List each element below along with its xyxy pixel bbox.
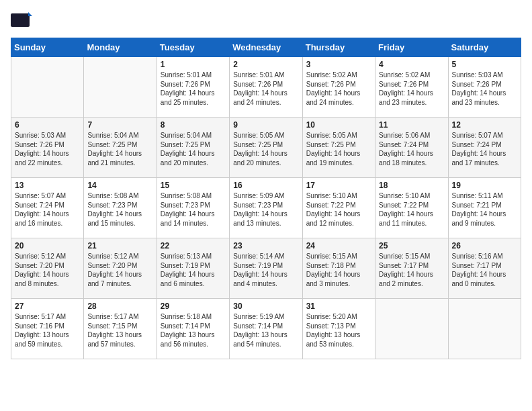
day-number: 23 <box>233 241 298 250</box>
day-info: Sunrise: 5:07 AM Sunset: 7:24 PM Dayligh… <box>15 191 80 228</box>
svg-rect-0 <box>11 13 30 27</box>
header-row: SundayMondayTuesdayWednesdayThursdayFrid… <box>11 38 521 57</box>
day-cell: 3Sunrise: 5:02 AM Sunset: 7:26 PM Daylig… <box>302 57 375 118</box>
day-cell: 10Sunrise: 5:05 AM Sunset: 7:25 PM Dayli… <box>302 118 375 178</box>
col-header-monday: Monday <box>84 38 157 57</box>
day-cell: 15Sunrise: 5:08 AM Sunset: 7:23 PM Dayli… <box>157 178 229 238</box>
day-number: 8 <box>161 120 226 130</box>
day-cell <box>448 299 521 359</box>
calendar-header: SundayMondayTuesdayWednesdayThursdayFrid… <box>11 38 521 57</box>
day-number: 22 <box>161 241 226 250</box>
day-cell: 31Sunrise: 5:20 AM Sunset: 7:13 PM Dayli… <box>302 299 375 359</box>
day-cell: 20Sunrise: 5:12 AM Sunset: 7:20 PM Dayli… <box>11 238 84 299</box>
day-info: Sunrise: 5:04 AM Sunset: 7:25 PM Dayligh… <box>161 131 226 167</box>
day-cell <box>84 57 157 118</box>
day-cell: 7Sunrise: 5:04 AM Sunset: 7:25 PM Daylig… <box>84 118 157 178</box>
day-number: 7 <box>87 120 152 130</box>
day-info: Sunrise: 5:02 AM Sunset: 7:26 PM Dayligh… <box>306 71 371 107</box>
col-header-wednesday: Wednesday <box>230 38 302 57</box>
day-cell: 6Sunrise: 5:03 AM Sunset: 7:26 PM Daylig… <box>11 118 84 178</box>
day-info: Sunrise: 5:16 AM Sunset: 7:17 PM Dayligh… <box>452 252 517 288</box>
day-cell: 2Sunrise: 5:01 AM Sunset: 7:26 PM Daylig… <box>230 57 302 118</box>
day-cell: 22Sunrise: 5:13 AM Sunset: 7:19 PM Dayli… <box>157 238 229 299</box>
day-cell: 14Sunrise: 5:08 AM Sunset: 7:23 PM Dayli… <box>84 178 157 238</box>
day-cell: 23Sunrise: 5:14 AM Sunset: 7:19 PM Dayli… <box>230 238 302 299</box>
day-number: 30 <box>233 302 298 311</box>
day-info: Sunrise: 5:01 AM Sunset: 7:26 PM Dayligh… <box>233 71 298 107</box>
day-info: Sunrise: 5:11 AM Sunset: 7:21 PM Dayligh… <box>452 191 517 228</box>
day-cell: 19Sunrise: 5:11 AM Sunset: 7:21 PM Dayli… <box>448 178 521 238</box>
day-number: 4 <box>379 60 444 69</box>
day-cell: 29Sunrise: 5:18 AM Sunset: 7:14 PM Dayli… <box>157 299 229 359</box>
day-cell: 8Sunrise: 5:04 AM Sunset: 7:25 PM Daylig… <box>157 118 229 178</box>
day-number: 24 <box>306 241 371 250</box>
logo <box>11 11 35 30</box>
day-number: 21 <box>87 241 152 250</box>
day-cell: 13Sunrise: 5:07 AM Sunset: 7:24 PM Dayli… <box>11 178 84 238</box>
day-info: Sunrise: 5:05 AM Sunset: 7:25 PM Dayligh… <box>233 131 298 167</box>
logo-icon <box>11 11 32 30</box>
day-cell: 9Sunrise: 5:05 AM Sunset: 7:25 PM Daylig… <box>230 118 302 178</box>
day-info: Sunrise: 5:14 AM Sunset: 7:19 PM Dayligh… <box>233 252 298 288</box>
day-number: 27 <box>15 302 80 311</box>
day-info: Sunrise: 5:17 AM Sunset: 7:15 PM Dayligh… <box>87 312 152 349</box>
day-info: Sunrise: 5:12 AM Sunset: 7:20 PM Dayligh… <box>15 252 80 288</box>
col-header-saturday: Saturday <box>448 38 521 57</box>
day-info: Sunrise: 5:15 AM Sunset: 7:17 PM Dayligh… <box>379 252 444 288</box>
day-info: Sunrise: 5:05 AM Sunset: 7:25 PM Dayligh… <box>306 131 371 167</box>
day-info: Sunrise: 5:03 AM Sunset: 7:26 PM Dayligh… <box>15 131 80 167</box>
day-number: 2 <box>233 60 298 69</box>
day-info: Sunrise: 5:17 AM Sunset: 7:16 PM Dayligh… <box>15 312 80 349</box>
day-number: 10 <box>306 120 371 130</box>
day-info: Sunrise: 5:18 AM Sunset: 7:14 PM Dayligh… <box>161 312 226 349</box>
day-number: 25 <box>379 241 444 250</box>
day-number: 12 <box>452 120 517 130</box>
day-cell: 28Sunrise: 5:17 AM Sunset: 7:15 PM Dayli… <box>84 299 157 359</box>
day-number: 1 <box>161 60 226 69</box>
day-number: 11 <box>379 120 444 130</box>
day-cell: 26Sunrise: 5:16 AM Sunset: 7:17 PM Dayli… <box>448 238 521 299</box>
day-number: 28 <box>87 302 152 311</box>
day-number: 31 <box>306 302 371 311</box>
col-header-friday: Friday <box>375 38 448 57</box>
day-info: Sunrise: 5:20 AM Sunset: 7:13 PM Dayligh… <box>306 312 371 349</box>
day-info: Sunrise: 5:07 AM Sunset: 7:24 PM Dayligh… <box>452 131 517 167</box>
day-cell: 16Sunrise: 5:09 AM Sunset: 7:23 PM Dayli… <box>230 178 302 238</box>
week-row-2: 6Sunrise: 5:03 AM Sunset: 7:26 PM Daylig… <box>11 118 521 178</box>
week-row-5: 27Sunrise: 5:17 AM Sunset: 7:16 PM Dayli… <box>11 299 521 359</box>
day-number: 17 <box>306 181 371 190</box>
day-info: Sunrise: 5:13 AM Sunset: 7:19 PM Dayligh… <box>161 252 226 288</box>
page-header <box>11 11 521 30</box>
day-number: 16 <box>233 181 298 190</box>
day-number: 18 <box>379 181 444 190</box>
day-info: Sunrise: 5:10 AM Sunset: 7:22 PM Dayligh… <box>306 191 371 228</box>
day-info: Sunrise: 5:15 AM Sunset: 7:18 PM Dayligh… <box>306 252 371 288</box>
day-cell: 24Sunrise: 5:15 AM Sunset: 7:18 PM Dayli… <box>302 238 375 299</box>
week-row-4: 20Sunrise: 5:12 AM Sunset: 7:20 PM Dayli… <box>11 238 521 299</box>
day-number: 5 <box>452 60 517 69</box>
day-number: 6 <box>15 120 80 130</box>
day-cell: 5Sunrise: 5:03 AM Sunset: 7:26 PM Daylig… <box>448 57 521 118</box>
day-info: Sunrise: 5:19 AM Sunset: 7:14 PM Dayligh… <box>233 312 298 349</box>
day-number: 29 <box>161 302 226 311</box>
day-info: Sunrise: 5:12 AM Sunset: 7:20 PM Dayligh… <box>87 252 152 288</box>
day-number: 3 <box>306 60 371 69</box>
day-cell: 1Sunrise: 5:01 AM Sunset: 7:26 PM Daylig… <box>157 57 229 118</box>
day-info: Sunrise: 5:06 AM Sunset: 7:24 PM Dayligh… <box>379 131 444 167</box>
day-info: Sunrise: 5:10 AM Sunset: 7:22 PM Dayligh… <box>379 191 444 228</box>
day-cell: 27Sunrise: 5:17 AM Sunset: 7:16 PM Dayli… <box>11 299 84 359</box>
day-number: 20 <box>15 241 80 250</box>
day-number: 9 <box>233 120 298 130</box>
day-cell: 18Sunrise: 5:10 AM Sunset: 7:22 PM Dayli… <box>375 178 448 238</box>
day-cell: 11Sunrise: 5:06 AM Sunset: 7:24 PM Dayli… <box>375 118 448 178</box>
day-info: Sunrise: 5:02 AM Sunset: 7:26 PM Dayligh… <box>379 71 444 107</box>
col-header-tuesday: Tuesday <box>157 38 229 57</box>
day-cell <box>375 299 448 359</box>
day-number: 14 <box>87 181 152 190</box>
day-number: 19 <box>452 181 517 190</box>
day-cell: 17Sunrise: 5:10 AM Sunset: 7:22 PM Dayli… <box>302 178 375 238</box>
day-cell: 12Sunrise: 5:07 AM Sunset: 7:24 PM Dayli… <box>448 118 521 178</box>
day-cell: 30Sunrise: 5:19 AM Sunset: 7:14 PM Dayli… <box>230 299 302 359</box>
day-info: Sunrise: 5:04 AM Sunset: 7:25 PM Dayligh… <box>87 131 152 167</box>
svg-marker-1 <box>28 12 32 16</box>
